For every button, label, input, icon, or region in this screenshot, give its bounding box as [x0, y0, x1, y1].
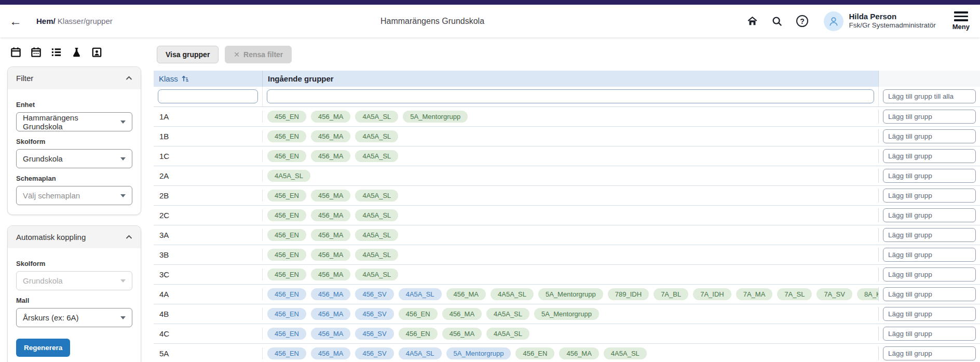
group-chip[interactable]: 4A5A_SL — [486, 308, 529, 320]
group-chip[interactable]: 456_MA — [311, 229, 350, 241]
add-group-button[interactable]: Lägg till grupp — [883, 149, 976, 163]
breadcrumb[interactable]: Hem/ Klasser/grupper — [36, 17, 113, 25]
add-group-button[interactable]: Lägg till grupp — [883, 267, 976, 281]
group-chip[interactable]: 456_EN — [267, 150, 306, 162]
klass-filter-input[interactable] — [158, 89, 258, 103]
home-icon[interactable] — [746, 15, 758, 28]
group-chip[interactable]: 456_MA — [311, 130, 350, 142]
add-group-to-all-button[interactable]: Lägg till grupp till alla — [883, 89, 976, 103]
group-chip[interactable]: 456_EN — [267, 288, 306, 300]
group-chip[interactable]: 456_SV — [355, 347, 393, 359]
group-chip[interactable]: 4A5A_SL — [355, 130, 398, 142]
group-chip[interactable]: 456_EN — [267, 190, 306, 202]
group-chip[interactable]: 4A5A_SL — [491, 288, 534, 300]
group-chip[interactable]: 456_EN — [267, 308, 306, 320]
regenerate-button[interactable]: Regenerera — [16, 339, 70, 357]
group-chip[interactable]: 5A_Mentorgrupp — [538, 288, 603, 300]
add-group-button[interactable]: Lägg till grupp — [883, 346, 976, 360]
group-chip[interactable]: 4A5A_SL — [399, 347, 442, 359]
help-icon[interactable]: ? — [796, 15, 808, 28]
back-arrow-icon[interactable]: ← — [9, 15, 22, 28]
flask-icon[interactable] — [70, 46, 83, 58]
column-header-groups[interactable]: Ingående grupper — [262, 71, 878, 87]
groups-filter-input[interactable] — [267, 89, 874, 103]
group-chip[interactable]: 456_MA — [311, 288, 350, 300]
group-chip[interactable]: 4A5A_SL — [355, 150, 398, 162]
group-chip[interactable]: 456_MA — [311, 308, 350, 320]
group-chip[interactable]: 456_EN — [267, 269, 306, 280]
group-chip[interactable]: 4A5A_SL — [355, 190, 398, 202]
add-group-button[interactable]: Lägg till grupp — [883, 110, 976, 124]
group-chip[interactable]: 456_SV — [355, 328, 393, 340]
group-chip[interactable]: 4A5A_SL — [355, 249, 398, 261]
group-chip[interactable]: 456_MA — [311, 328, 350, 340]
group-chip[interactable]: 456_MA — [311, 111, 350, 123]
group-chip[interactable]: 456_EN — [267, 229, 306, 241]
group-chip[interactable]: 789_IDH — [608, 288, 649, 300]
auto-link-panel-header[interactable]: Automatisk koppling — [8, 226, 141, 248]
group-chip[interactable]: 456_EN — [267, 328, 306, 340]
search-icon[interactable] — [771, 15, 783, 28]
add-group-button[interactable]: Lägg till grupp — [883, 228, 976, 242]
group-chip[interactable]: 456_MA — [446, 288, 486, 300]
group-chip[interactable]: 456_SV — [355, 288, 393, 300]
group-chip[interactable]: 456_EN — [267, 111, 306, 123]
add-group-button[interactable]: Lägg till grupp — [883, 307, 976, 321]
group-chip[interactable]: 456_MA — [442, 308, 482, 320]
group-chip[interactable]: 4A5A_SL — [355, 269, 398, 280]
calendar-icon[interactable] — [9, 46, 22, 58]
group-chip[interactable]: 8A_KE — [857, 288, 878, 300]
group-chip[interactable]: 5A_Mentorgrupp — [534, 308, 599, 320]
group-chip[interactable]: 4A5A_SL — [399, 288, 442, 300]
group-chip[interactable]: 5A_Mentorgrupp — [446, 347, 511, 359]
add-group-button[interactable]: Lägg till grupp — [883, 208, 976, 222]
add-group-button[interactable]: Lägg till grupp — [883, 287, 976, 301]
calendar-dots-icon[interactable] — [30, 46, 42, 58]
add-group-button[interactable]: Lägg till grupp — [883, 327, 976, 341]
group-chip[interactable]: 456_SV — [355, 308, 393, 320]
group-chip[interactable]: 456_MA — [311, 347, 350, 359]
group-chip[interactable]: 456_MA — [559, 347, 598, 359]
group-chip[interactable]: 456_EN — [267, 347, 306, 359]
group-chip[interactable]: 4A5A_SL — [355, 229, 398, 241]
id-card-icon[interactable] — [90, 46, 103, 58]
group-chip[interactable]: 456_MA — [311, 150, 350, 162]
group-chip[interactable]: 456_EN — [267, 130, 306, 142]
group-chip[interactable]: 456_MA — [311, 190, 350, 202]
show-groups-button[interactable]: Visa grupper — [157, 46, 219, 63]
group-chip[interactable]: 7A_SV — [816, 288, 852, 300]
enhet-select[interactable]: Hammarängens Grundskola — [16, 112, 132, 131]
add-group-button[interactable]: Lägg till grupp — [883, 169, 976, 183]
group-chip[interactable]: 456_EN — [399, 328, 438, 340]
list-icon[interactable] — [50, 46, 62, 58]
group-chip[interactable]: 7A_IDH — [693, 288, 731, 300]
group-chip[interactable]: 7A_SL — [777, 288, 812, 300]
group-chip[interactable]: 456_EN — [399, 308, 438, 320]
add-group-button[interactable]: Lägg till grupp — [883, 189, 976, 203]
group-chip[interactable]: 4A5A_SL — [355, 209, 398, 221]
group-chip[interactable]: 456_EN — [267, 249, 306, 261]
group-chip[interactable]: 456_MA — [311, 249, 350, 261]
group-chip[interactable]: 4A5A_SL — [267, 170, 310, 182]
filter-panel-header[interactable]: Filter — [8, 67, 141, 89]
breadcrumb-section[interactable]: Hem/ — [36, 17, 56, 25]
group-chip[interactable]: 4A5A_SL — [486, 328, 529, 340]
group-chip[interactable]: 4A5A_SL — [355, 111, 398, 123]
group-chip[interactable]: 456_MA — [311, 269, 350, 280]
group-chip[interactable]: 5A_Mentorgrupp — [403, 111, 468, 123]
user-block[interactable]: Hilda Person Fsk/Gr Systemadministratör — [824, 11, 935, 31]
group-chip[interactable]: 7A_MA — [736, 288, 773, 300]
menu-button[interactable]: Meny — [952, 11, 970, 31]
group-chip[interactable]: 4A5A_SL — [604, 347, 647, 359]
group-chip[interactable]: 456_EN — [267, 209, 306, 221]
group-chip[interactable]: 456_MA — [442, 328, 482, 340]
add-group-button[interactable]: Lägg till grupp — [883, 129, 976, 143]
group-chip[interactable]: 456_MA — [311, 209, 350, 221]
column-header-klass[interactable]: Klass — [154, 71, 262, 87]
schemaplan-select[interactable]: Välj schemaplan — [16, 186, 132, 205]
mall-select[interactable]: Årskurs (ex: 6A) — [16, 308, 132, 327]
skolform-select[interactable]: Grundskola — [16, 149, 132, 168]
group-chip[interactable]: 7A_BL — [654, 288, 688, 300]
group-chip[interactable]: 456_EN — [515, 347, 554, 359]
add-group-button[interactable]: Lägg till grupp — [883, 248, 976, 262]
